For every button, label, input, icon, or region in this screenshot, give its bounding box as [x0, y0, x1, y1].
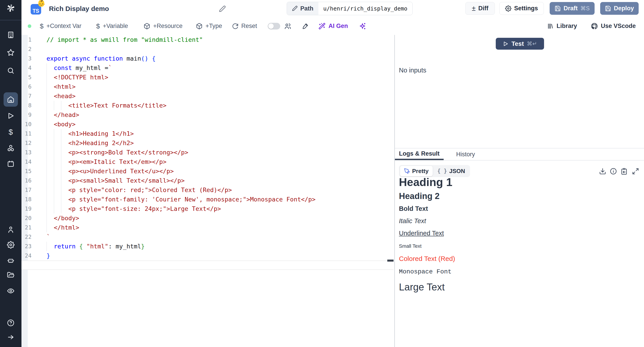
code-line[interactable]: 21 </html> — [22, 223, 394, 232]
result-item-red: Colored Text (Red) — [399, 255, 622, 262]
draft-button[interactable]: Draft ⌘S — [550, 2, 594, 15]
line-number: 20 — [22, 214, 32, 223]
code-text: </body> — [46, 214, 79, 223]
result-item-i: Italic Text — [399, 217, 622, 225]
code-editor[interactable]: 1// import * as wmill from "windmill-cli… — [22, 35, 394, 347]
code-text: </html> — [46, 223, 79, 232]
code-line[interactable]: 11 <h1>Heading 1</h1> — [22, 129, 394, 138]
use-vscode-button[interactable]: Use VScode — [591, 18, 636, 35]
preview-panel: Test ⌘↵ No inputs Logs & Result History … — [395, 35, 644, 347]
test-button[interactable]: Test ⌘↵ — [496, 38, 544, 50]
resources-cubes-icon[interactable] — [6, 144, 15, 152]
code-line[interactable]: 18 <p style="font-family: 'Courier New',… — [22, 195, 394, 204]
search-icon[interactable] — [6, 66, 15, 75]
building-icon[interactable] — [6, 31, 15, 39]
pretty-mode-button[interactable]: Pretty — [400, 166, 433, 176]
settings-button[interactable]: Settings — [499, 2, 544, 15]
status-dot — [28, 24, 31, 28]
library-icon — [547, 23, 554, 30]
line-number: 21 — [22, 223, 32, 232]
line-number: 14 — [22, 157, 32, 166]
code-line[interactable]: 20 </body> — [22, 214, 394, 223]
code-line[interactable]: 23 return { "html": my_html} — [22, 242, 394, 251]
code-line[interactable]: 24} — [22, 251, 394, 260]
edit-summary-pencil-icon[interactable] — [219, 5, 226, 12]
test-shortcut: ⌘↵ — [527, 40, 537, 47]
line-number: 12 — [22, 138, 32, 148]
help-icon[interactable] — [6, 318, 15, 327]
reset-button[interactable]: Reset — [232, 18, 257, 35]
expand-fullscreen-icon[interactable] — [632, 168, 639, 175]
code-line[interactable]: 10 <body> — [22, 120, 394, 129]
path-field[interactable]: Path u/henri/rich_display_demo — [287, 2, 412, 15]
variables-dollar-icon[interactable]: $ — [6, 128, 15, 136]
diff-mode-toggle[interactable] — [268, 23, 280, 30]
code-line[interactable]: 5 <!DOCTYPE html> — [22, 73, 394, 82]
line-number: 15 — [22, 166, 32, 176]
code-line[interactable]: 16 <p><small>Small Text</small></p> — [22, 176, 394, 185]
user-icon[interactable] — [6, 225, 15, 234]
sparkles-icon[interactable] — [359, 22, 366, 30]
add-type-button[interactable]: +Type — [196, 18, 222, 35]
tab-history[interactable]: History — [451, 148, 480, 160]
code-text: <p><small>Small Text</small></p> — [46, 176, 185, 185]
panel-resize-handle[interactable] — [387, 260, 394, 262]
code-line[interactable]: 19 <p style="font-size: 24px;">Large Tex… — [22, 204, 394, 214]
sidebar-divider-top — [0, 20, 22, 20]
home-icon[interactable] — [6, 95, 15, 104]
deploy-button[interactable]: Deploy — [600, 2, 639, 15]
runs-play-icon[interactable] — [6, 112, 15, 120]
code-line[interactable]: 8 <title>Text Formats</title> — [22, 101, 394, 110]
copy-result-clipboard-icon[interactable] — [620, 168, 628, 175]
code-line[interactable]: 2 — [22, 44, 394, 54]
robot-icon[interactable] — [6, 256, 15, 265]
add-context-var-button[interactable]: $ +Context Var — [40, 18, 82, 35]
result-item-sm: Small Text — [399, 243, 622, 249]
code-line[interactable]: 1// import * as wmill from "windmill-cli… — [22, 35, 394, 44]
line-number: 5 — [22, 73, 32, 82]
ai-gen-button[interactable]: AI Gen — [318, 18, 348, 35]
code-line[interactable]: 6 <html> — [22, 82, 394, 92]
tab-logs-result[interactable]: Logs & Result — [395, 148, 444, 160]
pen-nib-icon — [404, 168, 410, 174]
library-button[interactable]: Library — [547, 18, 577, 35]
folder-open-icon[interactable] — [6, 271, 15, 280]
rendered-html-result: Heading 1Heading 2Bold TextItalic TextUn… — [399, 176, 622, 293]
eye-icon[interactable] — [6, 287, 15, 295]
left-sidebar: $ — [0, 0, 22, 347]
code-line[interactable]: 15 <p><u>Underlined Text</u></p> — [22, 166, 394, 176]
badge-emoji: 👶 — [37, 0, 46, 7]
settings-gear-icon[interactable] — [6, 240, 15, 249]
code-text: <body> — [46, 120, 76, 129]
path-value[interactable]: u/henri/rich_display_demo — [318, 2, 412, 15]
code-line[interactable]: 7 <head> — [22, 92, 394, 101]
star-icon[interactable] — [6, 48, 15, 57]
windmill-logo[interactable] — [6, 4, 15, 12]
code-line[interactable]: 3export async function main() { — [22, 54, 394, 63]
code-line[interactable]: 13 <p><strong>Bold Text</strong></p> — [22, 148, 394, 157]
add-resource-button[interactable]: +Resource — [144, 18, 182, 35]
code-line[interactable]: 9 </head> — [22, 110, 394, 120]
line-number: 23 — [22, 242, 32, 251]
json-mode-button[interactable]: { } JSON — [433, 166, 469, 176]
code-line[interactable]: 12 <h2>Heading 2</h2> — [22, 138, 394, 148]
download-icon[interactable] — [599, 168, 606, 175]
code-line[interactable]: 17 <p style="color: red;">Colored Text (… — [22, 185, 394, 195]
multiplayer-users-icon[interactable] — [284, 22, 292, 30]
result-item-h1: Heading 1 — [399, 176, 622, 189]
diff-button[interactable]: ± Diff — [465, 2, 495, 15]
line-number: 11 — [22, 129, 32, 138]
view-mode-switch: Pretty { } JSON — [399, 165, 470, 177]
code-line[interactable]: 14 <p><em>Italic Text</em></p> — [22, 157, 394, 166]
line-number: 16 — [22, 176, 32, 185]
collapse-arrow-right-icon[interactable] — [6, 333, 15, 342]
github-octocat-icon — [591, 22, 598, 30]
line-number: 6 — [22, 82, 32, 92]
info-icon[interactable] — [610, 168, 617, 175]
schedules-calendar-icon[interactable] — [6, 160, 15, 168]
format-brush-icon[interactable] — [302, 22, 309, 30]
code-line[interactable]: 22` — [22, 232, 394, 242]
editor-toolbar: $ +Context Var $ +Variable +Resource +Ty… — [22, 18, 644, 35]
add-variable-button[interactable]: $ +Variable — [96, 18, 128, 35]
code-line[interactable]: 4 const my_html =` — [22, 63, 394, 73]
